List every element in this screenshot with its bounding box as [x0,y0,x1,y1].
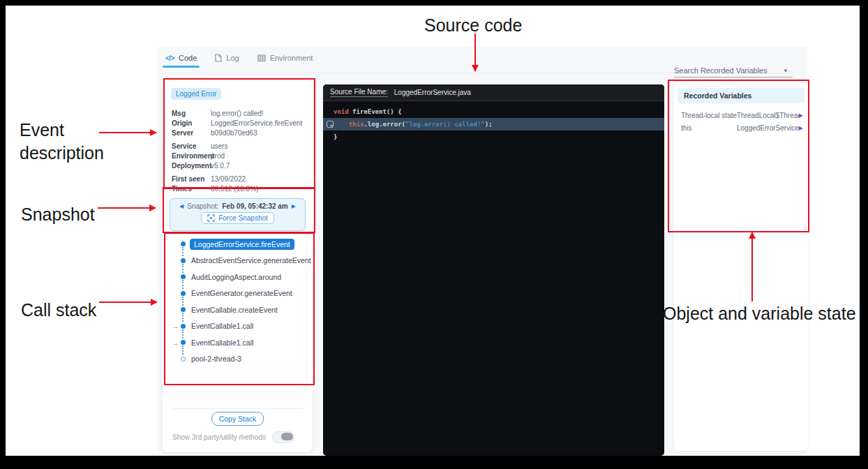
field-value: LoggedErrorService.fireEvent [211,119,302,128]
code-line: this.log.error("log.error() called!"); [323,118,664,131]
tab-code[interactable]: </>Code [165,54,197,68]
entry-arrow-icon: → [170,322,179,330]
log-icon [215,54,222,62]
variable-row[interactable]: thisLoggedErrorService▶ [674,121,808,134]
field-label: Times [172,184,211,194]
source-file-name: LoggedErrorService.java [394,89,471,96]
search-recorded-variables-select[interactable]: Search Recorded Variables ▾ [674,64,793,77]
annotation-label-source-code: Source code [424,14,522,37]
snapshot-next-icon[interactable]: ▶ [292,203,296,209]
frame-dot-icon [181,340,186,345]
divider [172,408,303,409]
snapshot-widget: ◀ Snapshot: Feb 09, 05:42:32 am ▶ Force … [170,198,306,231]
frame-dot-icon [181,324,186,329]
frame-dot-icon [181,291,186,296]
stack-frame[interactable]: LoggedErrorService.fireEvent [170,236,306,253]
field-value: 86,512 (18.8%) [211,184,258,194]
third-party-toggle[interactable] [272,431,294,443]
stack-frame[interactable]: EventGenerator.generateEvent [170,285,306,302]
annotation-label-call-stack: Call stack [21,299,96,322]
field-value: b09d0b70ed63 [211,128,257,138]
stack-frame[interactable]: AuditLoggingAspect.around [170,269,306,285]
event-panel: Logged Error Msglog.error() called!Origi… [163,80,313,452]
field-label: Origin [172,119,211,128]
field-value: users [211,142,227,151]
variable-name: Thread-local state [681,112,737,119]
code-lines: void fireEvent() { this.log.error("log.e… [323,105,664,143]
field-label: Environment [172,151,211,161]
stack-frame[interactable]: pool-2-thread-3 [170,351,306,368]
event-field-row: Serviceusers [172,142,306,151]
force-snapshot-button[interactable]: Force Snapshot [201,212,274,224]
field-value: v5.0.7 [211,161,230,171]
snapshot-label: Snapshot: [187,202,218,210]
expand-chevron-icon[interactable]: ▶ [799,125,803,131]
code-line: } [323,131,664,143]
event-field-row: Deploymentv5.0.7 [172,161,306,171]
recorded-variables-title: Recorded Variables [678,88,805,103]
event-field-row: Environmentprod [172,151,306,161]
snapshot-prev-icon[interactable]: ◀ [179,203,184,209]
debugger-app: </>CodeLogEnvironment Search Recorded Va… [157,47,807,454]
annotation-label-snapshot: Snapshot [21,203,95,226]
annotation-canvas: </>CodeLogEnvironment Search Recorded Va… [6,6,860,456]
copy-stack-button[interactable]: Copy Stack [211,412,264,426]
recorded-variables-panel: Recorded Variables Thread-local stateThr… [674,82,808,451]
snapshot-camera-icon[interactable] [326,120,334,128]
event-fields: Msglog.error() called!OriginLoggedErrorS… [172,109,306,198]
variable-type: LoggedErrorService [737,124,799,132]
stack-frame[interactable]: →EventCallable1.call [170,318,306,335]
field-label: Msg [172,109,211,119]
camera-focus-icon [207,214,215,222]
field-label: Server [172,128,211,138]
field-label: Deployment [172,161,211,171]
frame-dot-icon [181,258,186,263]
snapshot-nav: ◀ Snapshot: Feb 09, 05:42:32 am ▶ [170,202,305,210]
toggle-knob [281,433,293,440]
force-snapshot-label: Force Snapshot [218,214,268,222]
event-field-row: First seen13/09/2022 [172,174,306,184]
stack-frame-label: EventCallable1.call [191,322,253,330]
stack-frame[interactable]: →EventCallable1.call [170,334,306,351]
stack-frame-label: EventCallable1.call [191,338,253,347]
tab-environment[interactable]: Environment [257,54,313,68]
annotation-label-event-description: Event description [20,119,138,165]
event-field-row: Times86,512 (18.8%) [172,184,306,194]
source-file-header: Source File Name: LoggedErrorService.jav… [323,84,664,101]
recorded-variables-rows: Thread-local stateThreadLocal$ThreadL...… [674,109,808,134]
source-file-label: Source File Name: [330,88,388,97]
environment-icon [257,54,266,62]
field-value: prod [211,151,225,161]
event-field-row: Serverb09d0b70ed63 [172,128,306,138]
field-value: 13/09/2022 [211,174,246,184]
entry-arrow-icon: → [170,338,179,347]
tab-bar: </>CodeLogEnvironment [165,54,313,68]
third-party-toggle-row: Show 3rd party/utility methods [172,431,294,443]
thread-dot-icon [181,357,186,362]
stack-frame-label: pool-2-thread-3 [191,355,241,363]
annotation-label-object-state: Object and variable state [663,302,868,325]
tab-log[interactable]: Log [215,54,239,68]
stack-frame[interactable]: EventCallable.createEvent [170,302,306,318]
stack-frame[interactable]: AbstractEventService.generateEvent [170,253,306,269]
stack-frame-label: EventCallable.createEvent [191,306,278,314]
search-select-value: Search Recorded Variables [674,66,768,75]
expand-chevron-icon[interactable]: ▶ [799,112,803,119]
frame-dot-icon [181,274,186,279]
variable-type: ThreadLocal$ThreadL... [737,112,799,119]
stack-frame-label: AuditLoggingAspect.around [191,273,281,281]
event-type-badge: Logged Error [171,88,221,100]
field-label: First seen [172,174,211,184]
toggle-label: Show 3rd party/utility methods [172,433,266,441]
frame-dot-icon [181,307,186,312]
event-field-row: OriginLoggedErrorService.fireEvent [172,119,306,128]
event-field-row: Msglog.error() called! [172,109,306,119]
frame-dot-icon [181,241,186,246]
source-code-panel: Source File Name: LoggedErrorService.jav… [323,84,664,456]
variable-row[interactable]: Thread-local stateThreadLocal$ThreadL...… [674,109,808,121]
stack-frame-label: AbstractEventService.generateEvent [191,256,311,265]
field-value: log.error() called! [211,109,264,119]
call-stack-list: LoggedErrorService.fireEventAbstractEven… [170,236,306,367]
variable-name: this [681,124,737,132]
chevron-down-icon: ▾ [784,67,793,74]
